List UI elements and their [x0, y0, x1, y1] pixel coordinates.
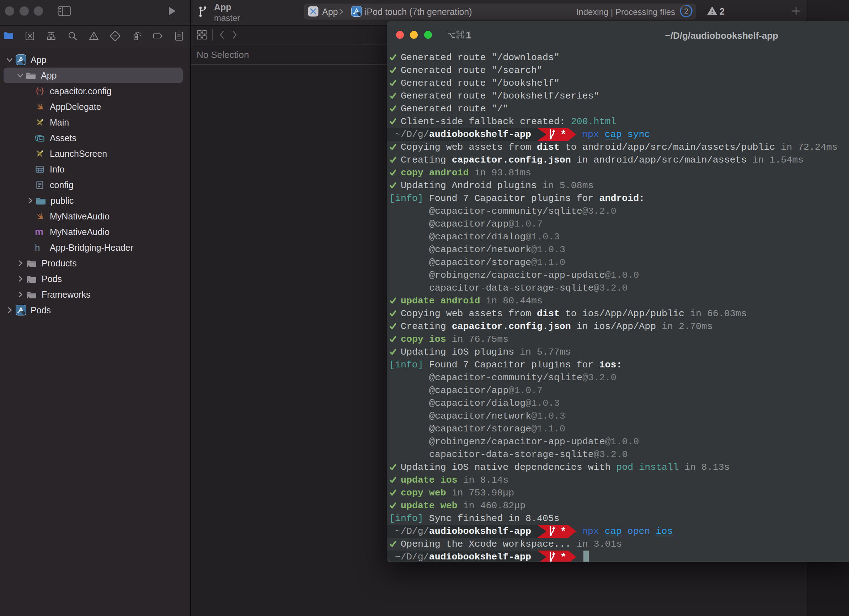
svg-text:2: 2: [684, 7, 688, 15]
